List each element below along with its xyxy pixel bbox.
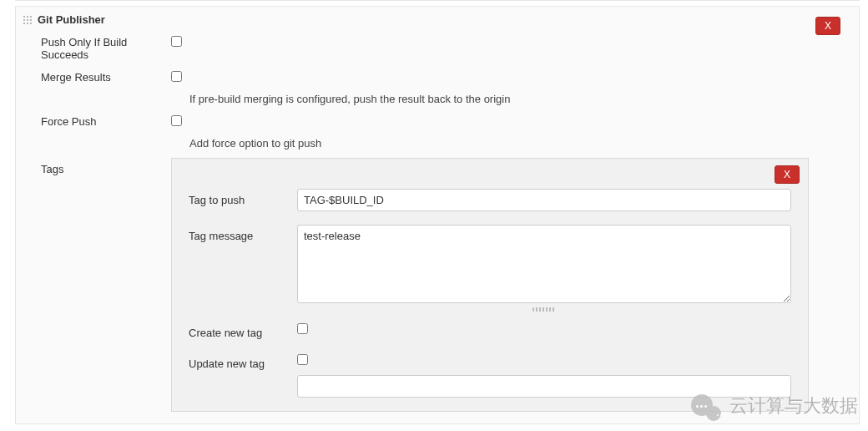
checkbox-force-push[interactable] [171,115,182,126]
trow-update-new-tag: Update new tag [189,352,791,370]
git-publisher-section: X Git Publisher Push Only If Build Succe… [15,6,860,424]
label-extra [189,375,297,380]
section-close-button[interactable]: X [815,17,840,35]
label-tag-to-push: Tag to push [189,189,297,206]
trow-tag-message: Tag message [189,225,791,312]
checkbox-merge-results[interactable] [171,71,182,82]
label-update-new-tag: Update new tag [189,352,297,370]
row-tags: Tags X Tag to push Tag message [23,158,809,412]
input-extra[interactable] [297,375,791,398]
drag-handle-icon[interactable] [23,15,33,25]
label-create-new-tag: Create new tag [189,322,297,339]
checkbox-push-only[interactable] [171,36,182,47]
trow-tag-to-push: Tag to push [189,189,791,211]
section-header: Git Publisher [23,13,809,26]
row-push-only: Push Only If Build Succeeds [23,34,809,61]
hint-merge-results: If pre-build merging is configured, push… [189,93,809,105]
checkbox-create-new-tag[interactable] [297,323,308,334]
row-force-push: Force Push [23,114,809,129]
label-merge-results: Merge Results [23,69,171,84]
trow-create-new-tag: Create new tag [189,322,791,339]
label-push-only: Push Only If Build Succeeds [23,34,171,61]
label-force-push: Force Push [23,114,171,128]
checkbox-update-new-tag[interactable] [297,354,308,365]
label-tags: Tags [23,158,171,412]
trow-extra [189,375,791,398]
section-title: Git Publisher [38,13,105,26]
input-tag-to-push[interactable] [297,189,791,211]
resize-grip-icon[interactable] [532,307,556,312]
top-rule [15,0,860,1]
tags-panel: X Tag to push Tag message [171,158,809,412]
tags-panel-close-button[interactable]: X [775,165,800,184]
label-tag-message: Tag message [189,225,297,242]
row-merge-results: Merge Results [23,69,809,84]
textarea-tag-message[interactable] [297,225,791,303]
hint-force-push: Add force option to git push [189,137,809,150]
